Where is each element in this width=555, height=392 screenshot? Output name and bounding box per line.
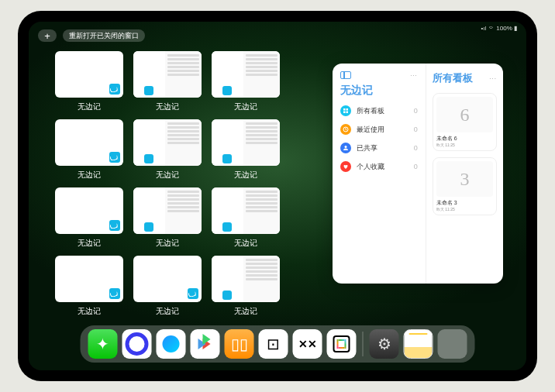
app-switcher-grid: 无边记无边记无边记无边记无边记无边记无边记无边记无边记无边记无边记无边记	[52, 51, 282, 321]
dock: ✦▯▯⊡✕✕⚙	[81, 325, 475, 363]
category-count: 0	[414, 126, 418, 133]
top-controls: + 重新打开已关闭的窗口	[38, 29, 145, 42]
window-thumbnail	[55, 256, 123, 302]
app-window[interactable]: 无边记	[209, 256, 282, 321]
category-list: 所有看板 0 最近使用 0 已共享 0 个人收藏 0	[340, 105, 418, 172]
window-thumbnail	[212, 256, 280, 302]
panel-title: 无边记	[340, 84, 418, 98]
app-window[interactable]: 无边记	[209, 51, 282, 116]
window-thumbnail	[212, 51, 280, 98]
dock-app-play-store[interactable]	[191, 329, 220, 359]
svg-point-5	[345, 146, 347, 148]
window-thumbnail	[212, 119, 280, 166]
board-date: 昨天 11:25	[436, 143, 493, 147]
bezel-speaker-right	[530, 173, 534, 219]
board-preview: 6	[436, 97, 493, 132]
app-label: 无边记	[156, 101, 179, 112]
category-item[interactable]: 已共享 0	[340, 143, 418, 153]
category-label: 个人收藏	[357, 162, 384, 172]
more-button-2[interactable]: ···	[489, 75, 497, 82]
ipad-frame: •ıl ⌔ 100% ▮ + 重新打开已关闭的窗口 无边记无边记无边记无边记无边…	[18, 11, 537, 381]
board-date: 昨天 11:25	[436, 207, 493, 211]
reopen-label: 重新打开已关闭的窗口	[69, 31, 139, 41]
app-label: 无边记	[156, 306, 179, 317]
svg-rect-0	[343, 108, 346, 111]
app-window[interactable]: 无边记	[52, 187, 126, 253]
app-window[interactable]: 无边记	[130, 256, 204, 321]
slideover-panel[interactable]: ··· 无边记 所有看板 0 最近使用 0 已共享 0 个人收藏 0 所有看板 …	[333, 64, 503, 284]
app-label: 无边记	[78, 101, 101, 112]
app-label: 无边记	[234, 306, 257, 317]
window-thumbnail	[55, 51, 123, 98]
dock-app-wechat[interactable]: ✦	[88, 329, 118, 359]
dock-app-freeform[interactable]	[327, 329, 357, 359]
panel-sidebar: ··· 无边记 所有看板 0 最近使用 0 已共享 0 个人收藏 0	[333, 64, 426, 284]
board-card[interactable]: 3 未命名 3 昨天 11:25	[433, 157, 497, 215]
category-label: 最近使用	[357, 125, 384, 135]
heart-icon	[340, 161, 351, 172]
category-item[interactable]: 个人收藏 0	[340, 161, 418, 172]
bezel-speaker-left	[21, 173, 25, 219]
window-thumbnail	[133, 119, 202, 166]
signal-icon: •ıl	[481, 25, 487, 32]
svg-rect-1	[346, 108, 349, 111]
category-count: 0	[414, 163, 418, 170]
panel-content: 所有看板 ··· 6 未命名 6 昨天 11:253 未命名 3 昨天 11:2…	[426, 64, 503, 284]
status-bar: •ıl ⌔ 100% ▮	[481, 25, 518, 32]
app-window[interactable]: 无边记	[209, 187, 282, 253]
boards-title: 所有看板	[433, 71, 473, 85]
board-list: 6 未命名 6 昨天 11:253 未命名 3 昨天 11:25	[433, 93, 497, 222]
window-thumbnail	[133, 51, 202, 98]
person-icon	[340, 143, 351, 153]
app-window[interactable]: 无边记	[130, 119, 204, 184]
app-label: 无边记	[78, 238, 101, 249]
dock-app-notes[interactable]	[404, 329, 433, 359]
board-card[interactable]: 6 未命名 6 昨天 11:25	[433, 93, 497, 151]
window-thumbnail	[212, 187, 280, 234]
app-window[interactable]: 无边记	[209, 119, 282, 184]
window-thumbnail	[55, 119, 123, 166]
svg-rect-3	[346, 112, 349, 114]
category-label: 所有看板	[357, 106, 384, 116]
app-label: 无边记	[234, 238, 257, 249]
app-label: 无边记	[234, 170, 257, 181]
app-window[interactable]: 无边记	[130, 187, 204, 253]
category-label: 已共享	[357, 143, 377, 153]
category-item[interactable]: 所有看板 0	[340, 105, 418, 116]
app-label: 无边记	[78, 170, 101, 181]
board-preview: 3	[436, 161, 493, 197]
dock-app-dice[interactable]: ⊡	[259, 329, 288, 359]
app-label: 无边记	[156, 238, 179, 249]
app-window[interactable]: 无边记	[130, 51, 204, 116]
grid-icon	[340, 105, 351, 116]
board-name: 未命名 6	[436, 135, 493, 143]
sidebar-toggle-icon[interactable]	[340, 71, 351, 79]
window-thumbnail	[133, 187, 202, 234]
window-thumbnail	[55, 187, 123, 234]
dock-app-app-folder[interactable]	[438, 329, 467, 359]
dock-separator	[363, 332, 364, 356]
app-window[interactable]: 无边记	[52, 256, 126, 321]
svg-rect-2	[343, 112, 346, 114]
more-button[interactable]: ···	[410, 72, 418, 79]
clock-icon	[340, 124, 351, 135]
app-label: 无边记	[156, 170, 179, 181]
app-label: 无边记	[78, 306, 101, 317]
app-window[interactable]: 无边记	[52, 119, 126, 184]
dock-app-quark[interactable]	[122, 329, 152, 359]
board-name: 未命名 3	[436, 199, 493, 207]
reopen-closed-window-button[interactable]: 重新打开已关闭的窗口	[63, 29, 145, 42]
dock-app-qq-browser[interactable]	[157, 329, 186, 359]
dock-app-books[interactable]: ▯▯	[225, 329, 254, 359]
dock-app-bilibili[interactable]: ✕✕	[293, 329, 322, 359]
plus-icon: +	[44, 30, 50, 42]
category-count: 0	[414, 144, 418, 152]
window-thumbnail	[133, 256, 202, 302]
new-window-button[interactable]: +	[38, 29, 57, 42]
wifi-icon: ⌔	[489, 25, 493, 32]
dock-app-settings[interactable]: ⚙	[370, 329, 399, 359]
category-item[interactable]: 最近使用 0	[340, 124, 418, 135]
category-count: 0	[414, 107, 418, 115]
screen: •ıl ⌔ 100% ▮ + 重新打开已关闭的窗口 无边记无边记无边记无边记无边…	[29, 22, 526, 370]
app-window[interactable]: 无边记	[52, 51, 126, 116]
